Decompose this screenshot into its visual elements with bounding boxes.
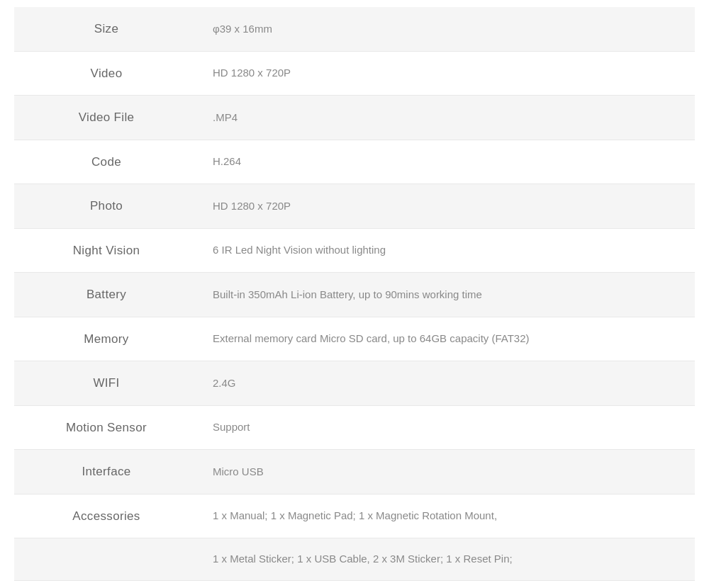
table-row: 1 x Metal Sticker; 1 x USB Cable, 2 x 3M… [14,538,695,581]
spec-value-video: HD 1280 x 720P [199,51,695,96]
spec-label-accessories-2 [14,538,199,581]
spec-label-memory: Memory [14,317,199,361]
spec-value-memory: External memory card Micro SD card, up t… [199,317,695,361]
spec-label-battery: Battery [14,273,199,317]
spec-label-video: Video [14,51,199,96]
spec-value-code: H.264 [199,140,695,184]
spec-value-wifi: 2.4G [199,361,695,406]
table-row: Night Vision6 IR Led Night Vision withou… [14,228,695,273]
table-row: Accessories1 x Manual; 1 x Magnetic Pad;… [14,494,695,538]
table-row: VideoHD 1280 x 720P [14,51,695,96]
table-row: MemoryExternal memory card Micro SD card… [14,317,695,361]
spec-label-interface: Interface [14,450,199,494]
spec-value-photo: HD 1280 x 720P [199,184,695,229]
spec-label-photo: Photo [14,184,199,229]
spec-label-accessories: Accessories [14,494,199,538]
spec-label-wifi: WIFI [14,361,199,406]
spec-label-video-file: Video File [14,96,199,140]
spec-value-night-vision: 6 IR Led Night Vision without lighting [199,228,695,273]
table-row: CodeH.264 [14,140,695,184]
table-row: PhotoHD 1280 x 720P [14,184,695,229]
spec-value-battery: Built-in 350mAh Li-ion Battery, up to 90… [199,273,695,317]
spec-value-motion-sensor: Support [199,405,695,450]
spec-value-interface: Micro USB [199,450,695,494]
table-row: Sizeφ39 x 16mm [14,7,695,51]
spec-label-night-vision: Night Vision [14,228,199,273]
spec-label-code: Code [14,140,199,184]
table-row: InterfaceMicro USB [14,450,695,494]
spec-value-video-file: .MP4 [199,96,695,140]
spec-value-accessories: 1 x Manual; 1 x Magnetic Pad; 1 x Magnet… [199,494,695,538]
spec-label-machine-weight: Machine Weight [14,580,199,588]
table-row: Machine Weight19g [14,580,695,588]
table-row: BatteryBuilt-in 350mAh Li-ion Battery, u… [14,273,695,317]
spec-table: Sizeφ39 x 16mmVideoHD 1280 x 720PVideo F… [14,7,695,588]
table-row: Motion SensorSupport [14,405,695,450]
spec-label-motion-sensor: Motion Sensor [14,405,199,450]
table-row: Video File.MP4 [14,96,695,140]
table-row: WIFI2.4G [14,361,695,406]
spec-label-size: Size [14,7,199,51]
spec-value-size: φ39 x 16mm [199,7,695,51]
spec-value-machine-weight: 19g [199,580,695,588]
spec-value-accessories-2: 1 x Metal Sticker; 1 x USB Cable, 2 x 3M… [199,538,695,581]
